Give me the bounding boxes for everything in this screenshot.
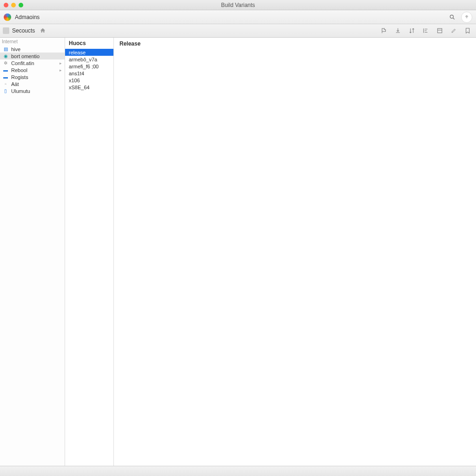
- section-icon: [3, 27, 9, 34]
- folder-icon: ▬: [3, 67, 8, 73]
- chevron-right-icon: ▸: [60, 68, 62, 73]
- brand-icon: [4, 13, 11, 21]
- sidebar-item-label: bort omentio: [11, 53, 40, 59]
- window-title: Build Variants: [0, 2, 476, 8]
- device-icon: ▯: [3, 88, 8, 94]
- variant-label: release: [69, 50, 86, 55]
- svg-line-1: [453, 18, 455, 19]
- sidebar: Internet ▤ hive ◉ bort omentio ✲ Confit.…: [0, 38, 65, 466]
- folder-icon: ▬: [3, 74, 8, 80]
- zoom-icon[interactable]: [19, 3, 23, 7]
- variant-label: x106: [69, 78, 80, 83]
- sidebar-item-rebool[interactable]: ▬ Rebool ▸: [0, 66, 65, 73]
- sidebar-item-rogists[interactable]: ▬ Rogists: [0, 73, 65, 80]
- variant-item-xs8e64[interactable]: xS8E_64: [65, 84, 113, 91]
- titlebar: Build Variants: [0, 0, 476, 10]
- brand-label: Admaoins: [15, 14, 40, 20]
- sidebar-item-label: Rebool: [11, 67, 27, 73]
- breadcrumb-bar: Secoucts: [0, 24, 476, 38]
- body: Internet ▤ hive ◉ bort omentio ✲ Confit.…: [0, 38, 476, 466]
- svg-rect-5: [437, 28, 442, 33]
- section-label: Secoucts: [12, 27, 35, 34]
- globe-icon: ◉: [3, 53, 8, 59]
- variant-label: ans1t4: [69, 71, 84, 76]
- variant-item-x106[interactable]: x106: [65, 77, 113, 84]
- sidebar-item-label: Confit.atin: [11, 60, 34, 66]
- variant-label: armebô_v7a: [69, 57, 97, 62]
- doc-icon: ▤: [3, 46, 8, 52]
- variant-item-release[interactable]: release: [65, 49, 113, 56]
- sidebar-item-ulumutu[interactable]: ▯ Ulumutu: [0, 87, 65, 94]
- gear-icon: ✲: [3, 60, 8, 66]
- variant-list-header: Huocs: [65, 38, 113, 49]
- minimize-icon[interactable]: [11, 3, 16, 7]
- close-icon[interactable]: [4, 3, 8, 7]
- edit-icon[interactable]: [448, 25, 459, 36]
- download-icon[interactable]: [392, 25, 403, 36]
- variant-list: Huocs release armebô_v7a armefi_f6 ;00 a…: [65, 38, 114, 466]
- variant-item-armefi[interactable]: armefi_f6 ;00: [65, 63, 113, 70]
- svg-point-0: [450, 15, 453, 18]
- sort-icon[interactable]: [406, 25, 417, 36]
- search-icon[interactable]: [447, 12, 457, 22]
- bookmark-icon[interactable]: [462, 25, 473, 36]
- chevron-right-icon: ▸: [60, 61, 62, 66]
- sidebar-item-confit[interactable]: ✲ Confit.atin ▸: [0, 60, 65, 66]
- variant-item-ans1t4[interactable]: ans1t4: [65, 70, 113, 77]
- sidebar-item-hive[interactable]: ▤ hive: [0, 46, 65, 53]
- blank-icon: ▫: [3, 81, 8, 87]
- sidebar-item-label: Aät: [11, 81, 19, 87]
- statusbar: [0, 466, 476, 476]
- window-controls: [0, 3, 23, 7]
- variant-label: xS8E_64: [69, 85, 90, 90]
- sidebar-item-label: Rogists: [11, 74, 28, 80]
- appbar: Admaoins: [0, 10, 476, 24]
- sidebar-item-bort[interactable]: ◉ bort omentio: [0, 53, 65, 60]
- detail-header: Release: [119, 40, 470, 47]
- align-icon[interactable]: [420, 25, 431, 36]
- home-icon[interactable]: [40, 27, 46, 34]
- sidebar-item-label: hive: [11, 46, 20, 52]
- sidebar-item-aat[interactable]: ▫ Aät: [0, 80, 65, 87]
- settings-icon[interactable]: [461, 12, 472, 23]
- variant-item-armebo[interactable]: armebô_v7a: [65, 56, 113, 63]
- variant-label: armefi_f6 ;00: [69, 64, 99, 69]
- detail-pane: Release: [114, 38, 476, 466]
- layout-icon[interactable]: [434, 25, 445, 36]
- sidebar-item-label: Ulumutu: [11, 88, 30, 94]
- sidebar-header: Internet: [0, 38, 65, 46]
- flag-icon[interactable]: [378, 25, 390, 36]
